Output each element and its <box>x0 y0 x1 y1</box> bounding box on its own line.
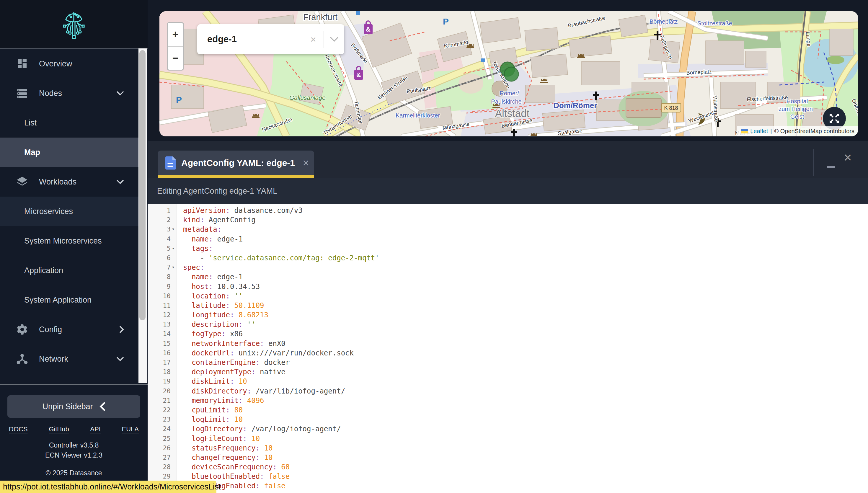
sidebar-item-label: Overview <box>39 59 72 68</box>
sidebar-item-map[interactable]: Map <box>0 137 139 167</box>
tab-strip: AgentConfig YAML: edge-1 × × <box>148 141 868 178</box>
code-line: 8 name: edge-1 <box>148 272 868 282</box>
sidebar-item-network[interactable]: Network <box>0 344 139 374</box>
sidebar-item-workloads[interactable]: Workloads <box>0 167 139 197</box>
fold-marker-icon[interactable]: ▾ <box>172 224 174 234</box>
servers-icon <box>15 86 29 100</box>
tab-close-icon[interactable]: × <box>303 157 309 169</box>
editing-header-label: Editing AgentConfig edge-1 YAML <box>157 187 277 196</box>
status-url: https://pot.iot.testlabhub.online/#/Work… <box>3 483 221 492</box>
search-value[interactable]: edge-1 <box>197 34 303 45</box>
code-line: 22 cpuLimit: 80 <box>148 405 868 415</box>
map-label-zum-heiligen: zum Heiligen <box>779 106 813 112</box>
zoom-in-button[interactable]: + <box>168 23 183 47</box>
map-label-hospital: Hospital <box>786 98 808 105</box>
tab-agentconfig-yaml[interactable]: AgentConfig YAML: edge-1 × <box>158 151 314 178</box>
sidebar-item-overview[interactable]: Overview <box>0 49 139 79</box>
line-number: 20 <box>148 386 171 396</box>
yaml-editor[interactable]: 1apiVersion: datasance.com/v32kind: Agen… <box>148 204 868 493</box>
sidebar-item-label: Network <box>39 355 68 364</box>
code-line: 21 memoryLimit: 4096 <box>148 396 868 405</box>
chevron-down-icon[interactable] <box>324 37 344 42</box>
code-line: 27 changeFrequency: 10 <box>148 453 868 462</box>
map-label-r-mer-: Römer/ <box>500 90 519 97</box>
code-line: 10 location: '' <box>148 292 868 301</box>
sidebar-item-system-microservices[interactable]: System Microservices <box>0 226 139 256</box>
yaml-workspace: AgentConfig YAML: edge-1 × × Editing Age… <box>148 141 868 493</box>
viewer-version: ECN Viewer v1.2.3 <box>0 451 148 459</box>
sidebar-item-system-application[interactable]: System Application <box>0 285 139 315</box>
sidebar-item-nodes[interactable]: Nodes <box>0 79 139 108</box>
line-number: 24 <box>148 424 171 434</box>
minimize-button[interactable] <box>827 166 835 168</box>
code-line: 15 networkInterface: enX0 <box>148 339 868 348</box>
leaflet-link[interactable]: Leaflet <box>750 128 768 135</box>
road-ref-badge: K 818 <box>661 103 681 112</box>
sidebar-item-list[interactable]: List <box>0 108 139 137</box>
code-line: 16 dockerUrl: unix:///var/run/docker.soc… <box>148 348 868 358</box>
map-label-gallusanlage: Gallusanlage <box>289 94 326 101</box>
document-icon <box>165 156 176 170</box>
code-line: 5▾ tags: <box>148 244 868 253</box>
sidebar-scrollbar-thumb[interactable] <box>139 50 146 320</box>
expand-icon <box>828 112 840 124</box>
footer-link-eula[interactable]: EULA <box>122 425 138 433</box>
code-line: 14 fogType: x86 <box>148 329 868 339</box>
sidebar: OverviewNodesListMapWorkloadsMicroservic… <box>0 0 148 493</box>
line-number: 7 <box>148 263 171 272</box>
link-status-bubble: https://pot.iot.testlabhub.online/#/Work… <box>0 480 216 493</box>
line-number: 17 <box>148 358 171 367</box>
svg-text:&: & <box>366 26 370 33</box>
sidebar-footer: Unpin Sidebar DOCSGitHubAPIEULA Controll… <box>0 384 148 493</box>
code-line: 19 diskLimit: 10 <box>148 377 868 386</box>
datasance-logo-icon <box>61 9 87 39</box>
footer-link-api[interactable]: API <box>90 425 101 433</box>
line-number: 26 <box>148 444 171 453</box>
sidebar-item-label: Workloads <box>39 177 77 187</box>
svg-text:P: P <box>443 17 449 26</box>
map-label-b-rneplatz: Börneplatz <box>650 18 678 25</box>
sidebar-item-application[interactable]: Application <box>0 256 139 285</box>
sidebar-item-config[interactable]: Config <box>0 315 139 344</box>
line-number: 18 <box>148 367 171 377</box>
ecn-viewer-app: OverviewNodesListMapWorkloadsMicroservic… <box>0 0 868 493</box>
code-line: 24 logDirectory: /var/log/iofog-agent/ <box>148 424 868 434</box>
fold-marker-icon[interactable]: ▾ <box>172 243 174 253</box>
sidebar-item-microservices[interactable]: Microservices <box>0 197 139 226</box>
footer-link-docs[interactable]: DOCS <box>9 425 28 433</box>
close-button[interactable]: × <box>844 149 852 165</box>
gear-icon <box>15 323 29 336</box>
map-label-geist: Geist <box>790 113 804 120</box>
chevron-right-icon <box>119 326 124 333</box>
clear-icon[interactable]: × <box>303 34 324 45</box>
map-label-karmeliterkloster: Karmeliterkloster <box>396 112 440 119</box>
sidebar-scrollbar[interactable] <box>138 48 147 383</box>
sidebar-item-label: Nodes <box>39 89 62 98</box>
node-search-select[interactable]: edge-1 × <box>197 24 344 54</box>
sidebar-item-services[interactable]: Services <box>0 374 139 383</box>
copyright: © 2025 Datasance <box>0 469 148 477</box>
chevron-left-icon <box>100 402 105 411</box>
code-line: 28 deviceScanFrequency: 60 <box>148 462 868 472</box>
zoom-out-button[interactable]: − <box>168 47 183 70</box>
line-number: 23 <box>148 415 171 424</box>
fold-marker-icon[interactable]: ▾ <box>172 262 174 272</box>
osm-credit: © OpenStreetMap contributors <box>774 128 854 135</box>
svg-text:&: & <box>356 71 361 79</box>
code-line: 23 logLimit: 10 <box>148 415 868 424</box>
footer-link-github[interactable]: GitHub <box>49 425 69 433</box>
leaflet-map[interactable]: & & P P K 818 FrankfurtRoßmarktKornmarkt… <box>159 11 858 136</box>
line-number: 27 <box>148 453 171 462</box>
line-number: 22 <box>148 405 171 415</box>
line-number: 10 <box>148 292 171 301</box>
line-number: 13 <box>148 320 171 329</box>
editor-code: 1apiVersion: datasance.com/v32kind: Agen… <box>148 206 868 491</box>
code-line: 12 longitude: 8.68213 <box>148 310 868 320</box>
unpin-sidebar-button[interactable]: Unpin Sidebar <box>7 395 140 418</box>
line-number: 16 <box>148 348 171 358</box>
grid-icon <box>15 57 29 70</box>
line-number: 1 <box>148 206 171 215</box>
line-number: 9 <box>148 282 171 292</box>
sidebar-item-label: Config <box>39 325 62 334</box>
map-label-stoltzestra-e: Stoltzestraße <box>697 20 732 26</box>
